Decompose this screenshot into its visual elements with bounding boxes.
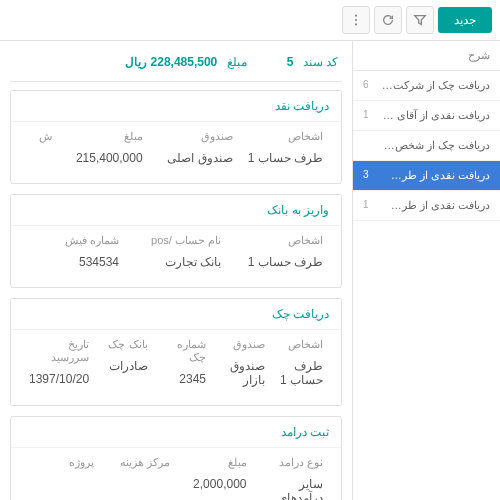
filter-icon[interactable] — [406, 6, 434, 34]
field-label: شماره فیش — [29, 234, 119, 247]
doc-code-label: کد سند — [303, 55, 338, 69]
sidebar-row-num: 1 — [363, 109, 381, 122]
sidebar-row-desc: دریافت نقدی از آقای احمدی ... — [381, 109, 490, 122]
bank-col-receipt: شماره فیش 534534 — [23, 230, 125, 273]
field-label: مرکز هزینه — [106, 456, 171, 469]
sidebar-row[interactable]: دریافت چک از شخص حقیقی... — [353, 131, 500, 161]
field-label: پروژه — [29, 456, 94, 469]
card-income: ثبت درامد نوع درامد سایر درآمدهای عملیات… — [10, 416, 342, 500]
doc-amount-label: مبلغ — [227, 55, 247, 69]
cheque-col-due: تاریخ سررسید 1397/10/20 — [23, 334, 95, 391]
field-value: 1397/10/20 — [29, 372, 89, 386]
field-value: بانک تجارت — [131, 255, 221, 269]
sidebar-row-num: 1 — [363, 199, 381, 212]
field-label: اشخاص — [277, 338, 323, 351]
sidebar-row-desc: دریافت چک از شخص حقیقی... — [381, 139, 490, 152]
field-value: 215,400,000 — [64, 151, 142, 165]
cash-col-person: اشخاص طرف حساب 1 — [239, 126, 329, 169]
card-bank-title: واریز به بانک — [11, 195, 341, 226]
card-bank: واریز به بانک اشخاص طرف حساب 1 نام حساب … — [10, 194, 342, 288]
income-col-project: پروژه — [23, 452, 100, 500]
field-label: صندوق — [155, 130, 233, 143]
field-value: طرف حساب 1 — [233, 255, 323, 269]
card-cash: دریافت نقد اشخاص طرف حساب 1 صندوق صندوق … — [10, 90, 342, 184]
income-col-amount: مبلغ 2,000,000 — [176, 452, 253, 500]
field-label: بانک چک — [101, 338, 147, 351]
bank-col-account: نام حساب /pos بانک تجارت — [125, 230, 227, 273]
sidebar-row-num — [363, 139, 381, 152]
sidebar-row[interactable]: دریافت نقدی از طرف حساب 1... 3 — [353, 161, 500, 191]
sidebar-header: شرح — [353, 41, 500, 71]
sidebar-row-desc: دریافت چک از شرکت ایلام به... — [381, 79, 490, 92]
cheque-col-number: شماره چک 2345 — [154, 334, 212, 391]
sidebar-row[interactable]: دریافت چک از شرکت ایلام به... 6 — [353, 71, 500, 101]
field-label: ش — [29, 130, 52, 143]
field-label: اشخاص — [245, 130, 323, 143]
field-label: شماره چک — [160, 338, 206, 364]
svg-point-0 — [355, 15, 357, 17]
doc-header: کد سند 5 مبلغ 228,485,500 ریال — [10, 49, 342, 82]
sidebar: شرح دریافت چک از شرکت ایلام به... 6 دریا… — [352, 41, 500, 500]
sidebar-row-num: 3 — [363, 169, 381, 182]
field-value: 534534 — [29, 255, 119, 269]
toolbar: جدید — [0, 0, 500, 41]
sidebar-row-num: 6 — [363, 79, 381, 92]
field-value: طرف حساب 1 — [277, 359, 323, 387]
bank-col-person: اشخاص طرف حساب 1 — [227, 230, 329, 273]
field-value: سایر درآمدهای عملیاتی — [259, 477, 324, 500]
sidebar-row-desc: دریافت نقدی از طرف حساب 1... — [381, 169, 490, 182]
new-button[interactable]: جدید — [438, 7, 492, 33]
doc-code: کد سند 5 — [287, 55, 338, 69]
field-label: مبلغ — [182, 456, 247, 469]
field-label: نوع درامد — [259, 456, 324, 469]
content: کد سند 5 مبلغ 228,485,500 ریال دریافت نق… — [0, 41, 352, 500]
cash-col-amount: مبلغ 215,400,000 — [58, 126, 148, 169]
cash-col-extra: ش — [23, 126, 58, 169]
field-value: 2,000,000 — [182, 477, 247, 491]
field-value: صادرات — [101, 359, 147, 373]
card-cheque: دریافت چک اشخاص طرف حساب 1 صندوق صندوق ب… — [10, 298, 342, 406]
field-value: طرف حساب 1 — [245, 151, 323, 165]
doc-amount: مبلغ 228,485,500 ریال — [125, 55, 246, 69]
more-icon[interactable] — [342, 6, 370, 34]
field-value: صندوق بازار — [218, 359, 264, 387]
field-label: نام حساب /pos — [131, 234, 221, 247]
card-cash-title: دریافت نقد — [11, 91, 341, 122]
svg-point-1 — [355, 19, 357, 21]
cheque-col-bank: بانک چک صادرات — [95, 334, 153, 391]
sidebar-header-desc: شرح — [363, 49, 490, 62]
field-value: 2345 — [160, 372, 206, 386]
income-col-cost-center: مرکز هزینه — [100, 452, 177, 500]
field-value: صندوق اصلی — [155, 151, 233, 165]
sidebar-row[interactable]: دریافت نقدی از آقای احمدی ... 1 — [353, 101, 500, 131]
field-label: صندوق — [218, 338, 264, 351]
card-cheque-title: دریافت چک — [11, 299, 341, 330]
doc-code-value: 5 — [287, 55, 294, 69]
field-label: مبلغ — [64, 130, 142, 143]
svg-point-2 — [355, 23, 357, 25]
field-label: تاریخ سررسید — [29, 338, 89, 364]
sidebar-row-desc: دریافت نقدی از طرف حساب 1... — [381, 199, 490, 212]
card-income-title: ثبت درامد — [11, 417, 341, 448]
sidebar-row[interactable]: دریافت نقدی از طرف حساب 1... 1 — [353, 191, 500, 221]
refresh-icon[interactable] — [374, 6, 402, 34]
cheque-col-person: اشخاص طرف حساب 1 — [271, 334, 329, 391]
doc-amount-value: 228,485,500 ریال — [125, 55, 217, 69]
income-col-type: نوع درامد سایر درآمدهای عملیاتی — [253, 452, 330, 500]
cheque-col-fund: صندوق صندوق بازار — [212, 334, 270, 391]
cash-col-fund: صندوق صندوق اصلی — [149, 126, 239, 169]
field-label: اشخاص — [233, 234, 323, 247]
